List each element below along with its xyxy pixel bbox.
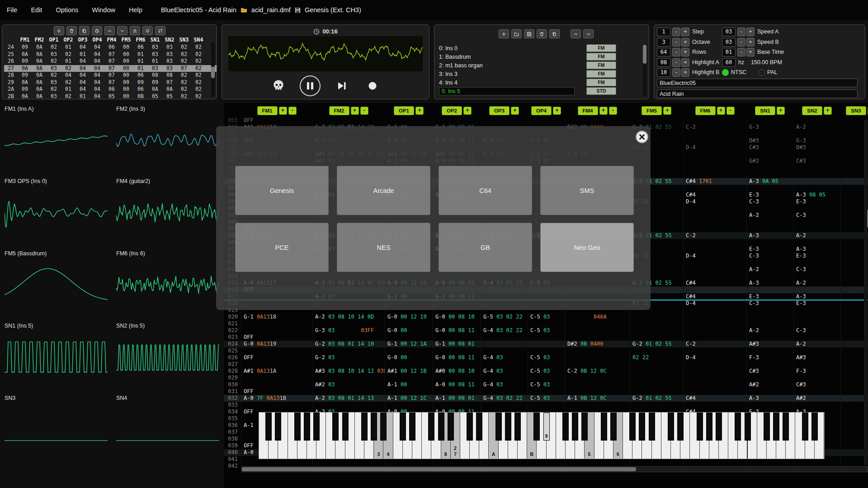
order-cell[interactable]: 02 <box>177 86 191 93</box>
pattern-cell-031-fm6[interactable] <box>683 388 746 395</box>
pattern-cell-061-sn1[interactable]: G#2 <box>746 158 793 164</box>
piano-black-key-17[interactable] <box>428 413 434 441</box>
order-cell[interactable]: 09 <box>18 44 32 51</box>
pattern-cell-005-sn1[interactable]: A-2 <box>746 212 793 219</box>
pattern-cell-031-op4[interactable] <box>528 388 565 395</box>
piano-black-key-31[interactable] <box>562 413 569 441</box>
pattern-cell-030-fm6[interactable] <box>683 381 746 388</box>
order-cell[interactable]: 02 <box>61 51 75 58</box>
pattern-cell-029-op4[interactable] <box>528 375 565 381</box>
order-cell[interactable]: 07 <box>104 65 119 72</box>
pattern-cell-027-op1[interactable] <box>385 361 433 368</box>
piano-black-key-39[interactable] <box>639 413 645 441</box>
order-cell[interactable]: 03 <box>148 51 162 58</box>
step-increase-button[interactable]: + <box>681 28 689 36</box>
order-row-27[interactable]: 270A0A0302040407000103030702 <box>4 65 217 72</box>
order-cell[interactable]: 02 <box>47 58 61 65</box>
pattern-cell-023-op4[interactable] <box>528 334 565 341</box>
instrument-item[interactable]: 4: Ins 4FM <box>434 78 649 87</box>
order-cell[interactable]: 0A <box>32 86 47 93</box>
pattern-cell-021-op4[interactable] <box>528 320 565 327</box>
order-cell[interactable]: 04 <box>75 79 90 86</box>
pattern-cell-010-sn2[interactable]: A-3 <box>793 246 840 253</box>
pattern-cell-000-sn2[interactable] <box>793 178 840 185</box>
instrument-move-down-button[interactable] <box>583 29 594 38</box>
piano-black-key-52[interactable] <box>764 413 770 441</box>
piano-black-key-25[interactable] <box>505 413 511 441</box>
order-cell[interactable]: 08 <box>148 72 162 79</box>
order-cell[interactable]: 00 <box>119 58 133 65</box>
piano-black-key-0[interactable] <box>265 413 272 441</box>
piano-black-key-50[interactable] <box>745 413 751 441</box>
instrument-name[interactable]: 3: Ins 3 <box>439 70 575 78</box>
instrument-item[interactable]: 0: Ins 0FM <box>434 44 649 52</box>
pattern-cell-029-op1[interactable] <box>385 375 433 381</box>
pattern-cell-021-op2[interactable] <box>433 320 481 327</box>
pattern-cell-013-sn1[interactable]: A-2 <box>746 266 793 273</box>
pattern-cell-002-sn2[interactable]: A-3 08 05 <box>793 192 840 198</box>
pattern-scrollbar[interactable] <box>864 120 868 465</box>
order-cell[interactable]: 02 <box>177 58 191 65</box>
pattern-cell-031-sn2[interactable] <box>793 388 840 395</box>
pattern-cell-030-fm4[interactable] <box>565 381 630 388</box>
octave-decrease-button[interactable]: - <box>672 38 680 47</box>
piano-black-key-22[interactable] <box>476 413 482 441</box>
order-cell[interactable]: 02 <box>191 51 206 58</box>
pattern-cell-010-sn1[interactable]: E-3 <box>746 246 793 253</box>
pattern-cell-019-sn2[interactable] <box>793 307 840 314</box>
order-cell[interactable]: 04 <box>75 65 90 72</box>
pattern-cell-028-sn2[interactable]: F-3 <box>793 368 840 375</box>
pattern-cell-008-sn1[interactable]: A-3 <box>746 232 793 239</box>
pattern-cell-018-sn2[interactable]: E-3 <box>793 300 840 307</box>
pattern-cell-021-op3[interactable] <box>481 320 528 327</box>
system-button-nes[interactable]: NES <box>337 223 430 272</box>
order-cell[interactable]: 03 <box>47 65 61 72</box>
order-cell[interactable]: 0A <box>32 93 47 100</box>
pattern-cell-004-sn1[interactable] <box>746 205 793 212</box>
pattern-cell-008-fm6[interactable]: C-2 <box>683 232 746 239</box>
order-cell[interactable]: 01 <box>61 58 75 65</box>
piano-black-key-7[interactable] <box>332 413 339 441</box>
pattern-cell-003-fm6[interactable]: D-4 <box>683 198 746 205</box>
piano-black-key-1[interactable] <box>275 413 281 441</box>
channel-fm2-mute-button[interactable]: FM2 <box>329 106 349 115</box>
order-cell[interactable]: 03 <box>47 93 61 100</box>
pattern-cell-028-sn1[interactable]: C#3 <box>746 368 793 375</box>
order-row-25[interactable]: 250A0A0302010407000103030202 <box>4 51 217 58</box>
channel-fm4-collapse-button[interactable]: - <box>609 107 617 115</box>
rows-increase-button[interactable]: + <box>681 48 689 56</box>
piano-black-key-46[interactable] <box>706 413 712 441</box>
song-author-input[interactable] <box>657 89 858 98</box>
pattern-cell-026-sn1[interactable]: F-3 <box>746 354 793 361</box>
piano-black-key-11[interactable] <box>371 413 377 441</box>
pattern-cell-023-sn2[interactable] <box>793 334 840 341</box>
order-cell[interactable]: 05 <box>162 93 177 100</box>
order-cell[interactable]: 04 <box>75 44 90 51</box>
instrument-item[interactable]: 2: m1 bass organFM <box>434 61 649 70</box>
pattern-cell-030-sn1[interactable]: A#2 <box>746 381 793 388</box>
pattern-horizontal-scrollbar-thumb[interactable] <box>242 467 636 471</box>
pattern-cell-033-op1[interactable] <box>385 402 433 408</box>
pattern-cell-033-op4[interactable] <box>528 402 565 408</box>
pattern-cell-022-fm6[interactable] <box>683 327 746 334</box>
order-cell[interactable]: 03 <box>162 58 177 65</box>
pattern-cell-023-fm4[interactable] <box>565 334 630 341</box>
pal-radio[interactable] <box>758 69 765 76</box>
piano-black-key-15[interactable] <box>409 413 415 441</box>
pattern-cell-029-op3[interactable] <box>481 375 528 381</box>
order-cell[interactable]: 09 <box>18 58 32 65</box>
pattern-cell-060-fm6[interactable] <box>683 151 746 158</box>
pattern-cell-029-op2[interactable] <box>433 375 481 381</box>
pattern-cell-024-sn2[interactable]: A-2 <box>793 341 840 347</box>
pattern-cell-030-fm1[interactable] <box>241 381 312 388</box>
order-cell[interactable]: 0A <box>18 79 32 86</box>
pattern-cell-007-sn2[interactable] <box>793 225 840 232</box>
pattern-cell-058-sn1[interactable]: D#3 <box>746 137 793 144</box>
pattern-cell-030-op3[interactable]: G-4 03 <box>481 381 528 388</box>
pattern-cell-060-sn1[interactable] <box>746 151 793 158</box>
channel-fm6-mute-button[interactable]: FM6 <box>695 106 716 115</box>
pattern-cell-020-op2[interactable]: G-0 00 08 10 <box>433 314 481 320</box>
pattern-cell-026-op2[interactable]: G-0 00 08 11 <box>433 354 481 361</box>
pattern-cell-022-op2[interactable]: G-0 00 08 11 <box>433 327 481 334</box>
order-cell[interactable]: 0A <box>18 51 32 58</box>
